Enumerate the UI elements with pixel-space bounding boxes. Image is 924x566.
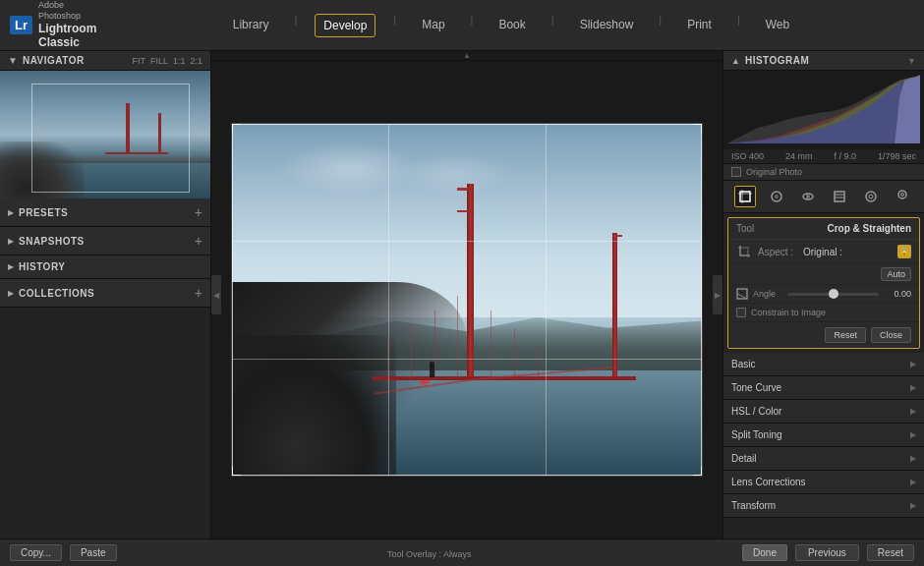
- app-name: Adobe Photoshop Lightroom Classic: [38, 0, 98, 49]
- lens-corrections-title: Lens Corrections: [731, 477, 806, 487]
- done-button[interactable]: Done: [742, 544, 787, 561]
- angle-icon: [736, 288, 748, 300]
- split-toning-header[interactable]: Split Toning ▶: [723, 424, 924, 446]
- shutter-info: 1/798 sec: [878, 151, 916, 161]
- svg-point-4: [775, 195, 779, 198]
- angle-row: Auto: [728, 264, 919, 285]
- original-photo-checkbox[interactable]: [731, 167, 741, 177]
- center-panel: ▲: [211, 51, 722, 538]
- history-header[interactable]: ▶ History: [0, 255, 210, 278]
- navigator-thumbnail: [0, 71, 210, 198]
- tone-curve-header[interactable]: Tone Curve ▶: [723, 376, 924, 399]
- svg-point-14: [902, 195, 903, 196]
- previous-button[interactable]: Previous: [795, 544, 859, 561]
- nav-2to1[interactable]: 2:1: [190, 56, 202, 66]
- auto-button[interactable]: Auto: [881, 267, 911, 281]
- svg-rect-15: [737, 289, 747, 299]
- crop-close-button[interactable]: Close: [871, 327, 911, 343]
- aspect-lock-icon[interactable]: 🔒: [897, 245, 911, 258]
- nav-fit[interactable]: FIT: [132, 56, 145, 66]
- tool-icons-bar: [723, 181, 924, 213]
- right-panel-collapse[interactable]: ▶: [713, 275, 722, 314]
- iso-info: ISO 400: [731, 151, 764, 161]
- left-panel-collapse[interactable]: ◀: [211, 275, 221, 314]
- angle-thumb[interactable]: [829, 289, 838, 299]
- aperture-info: f / 9.0: [834, 151, 856, 161]
- nav-library[interactable]: Library: [225, 14, 277, 37]
- histogram-menu[interactable]: ▼: [907, 56, 916, 66]
- image-container[interactable]: [211, 61, 722, 538]
- crop-reset-button[interactable]: Reset: [825, 327, 866, 343]
- collections-header[interactable]: ▶ Collections +: [0, 279, 210, 307]
- crop-tool-value: Crop & Straighten: [827, 223, 911, 234]
- nav-slideshow[interactable]: Slideshow: [572, 14, 642, 37]
- red-eye-icon[interactable]: [797, 186, 819, 207]
- nav-print[interactable]: Print: [679, 14, 720, 37]
- hsl-color-arrow: ▶: [910, 407, 916, 416]
- aspect-row: Aspect : Original : 🔒: [728, 240, 919, 264]
- basic-header[interactable]: Basic ▶: [723, 353, 924, 375]
- histogram-header: ▲ Histogram ▼: [723, 51, 924, 71]
- crop-straighten-panel: Tool Crop & Straighten Aspect : Original…: [727, 217, 920, 349]
- aspect-label: Aspect :: [758, 247, 797, 257]
- transform-arrow: ▶: [910, 501, 916, 510]
- presets-header[interactable]: ▶ Presets +: [0, 198, 210, 226]
- nav-web[interactable]: Web: [758, 14, 797, 37]
- angle-label: Angle: [753, 289, 782, 299]
- snapshots-add[interactable]: +: [195, 233, 202, 249]
- histogram-collapse-arrow: ▲: [731, 56, 740, 66]
- basic-section: Basic ▶: [723, 353, 924, 376]
- nav-1to1[interactable]: 1:1: [173, 56, 186, 66]
- detail-title: Detail: [731, 453, 757, 464]
- collections-add[interactable]: +: [195, 285, 202, 301]
- tone-curve-section: Tone Curve ▶: [723, 376, 924, 400]
- paste-button[interactable]: Paste: [70, 544, 117, 561]
- crop-buttons: Reset Close: [728, 322, 919, 348]
- transform-section: Transform ▶: [723, 494, 924, 518]
- hsl-color-section: HSL / Color ▶: [723, 400, 924, 424]
- nav-map[interactable]: Map: [414, 14, 452, 37]
- navigator-title: Navigator: [23, 55, 85, 66]
- histogram-graph: [727, 75, 920, 143]
- svg-point-6: [806, 195, 810, 198]
- detail-header[interactable]: Detail ▶: [723, 447, 924, 470]
- transform-header[interactable]: Transform ▶: [723, 494, 924, 517]
- top-collapse-bar[interactable]: ▲: [211, 51, 722, 61]
- basic-arrow: ▶: [910, 360, 916, 368]
- crop-tool-header: Tool Crop & Straighten: [728, 218, 919, 240]
- nav-book[interactable]: Book: [491, 14, 533, 37]
- split-toning-section: Split Toning ▶: [723, 424, 924, 447]
- presets-arrow: ▶: [8, 208, 14, 217]
- histogram-area: [723, 71, 924, 149]
- adjustment-brush-icon[interactable]: [892, 186, 913, 207]
- lens-corrections-arrow: ▶: [910, 478, 916, 486]
- split-toning-arrow: ▶: [910, 430, 916, 439]
- detail-section: Detail ▶: [723, 447, 924, 471]
- crop-tool-label: Tool: [736, 223, 754, 234]
- angle-slider[interactable]: [787, 293, 879, 296]
- lens-corrections-header[interactable]: Lens Corrections ▶: [723, 471, 924, 493]
- reset-button[interactable]: Reset: [867, 544, 914, 561]
- navigator-collapse-arrow[interactable]: ▼: [8, 55, 18, 66]
- nav-develop[interactable]: Develop: [315, 14, 375, 37]
- constrain-row: Constrain to Image: [728, 304, 919, 322]
- detail-arrow: ▶: [910, 454, 916, 463]
- graduated-filter-icon[interactable]: [829, 186, 850, 207]
- right-accordion: Basic ▶ Tone Curve ▶ HSL / Color ▶ Split…: [723, 353, 924, 538]
- constrain-checkbox[interactable]: [736, 308, 746, 317]
- top-nav: Library | Develop | Map | Book | Slidesh…: [98, 14, 924, 37]
- bottom-right: Done Previous Reset: [742, 544, 914, 561]
- presets-add[interactable]: +: [195, 204, 202, 220]
- navigator-header: ▼ Navigator FIT FILL 1:1 2:1: [0, 51, 210, 71]
- crop-tool-icon[interactable]: [734, 186, 756, 207]
- radial-filter-icon[interactable]: [860, 186, 882, 207]
- hsl-color-header[interactable]: HSL / Color ▶: [723, 400, 924, 423]
- svg-point-11: [869, 195, 873, 198]
- nav-fill[interactable]: FILL: [150, 56, 168, 66]
- snapshots-header[interactable]: ▶ Snapshots +: [0, 227, 210, 255]
- histogram-info: ISO 400 24 mm f / 9.0 1/798 sec: [723, 149, 924, 164]
- spot-removal-icon[interactable]: [766, 186, 787, 207]
- copy-button[interactable]: Copy...: [10, 544, 62, 561]
- tool-overlay-label: Tool Overlay : Always: [387, 549, 472, 559]
- collections-section: ▶ Collections +: [0, 279, 210, 308]
